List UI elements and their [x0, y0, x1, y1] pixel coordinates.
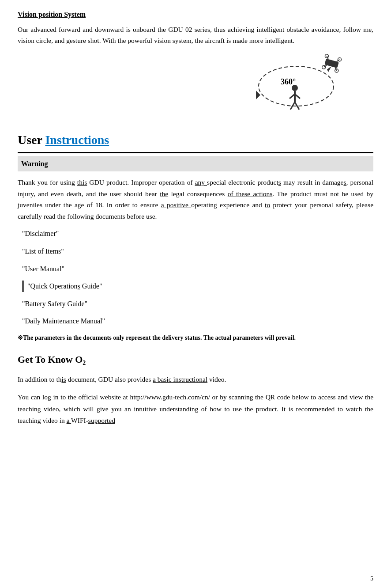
- section-divider: [18, 152, 373, 153]
- get-to-know-para1: In addition to this document, GDU also p…: [18, 374, 373, 385]
- log-in-link[interactable]: log in to the: [42, 393, 76, 401]
- url-link[interactable]: http://www.gdu-tech.com/cn/: [130, 393, 210, 401]
- svg-point-12: [292, 85, 298, 91]
- get-to-know-para2: You can log in to the official website a…: [18, 391, 373, 426]
- user-instructions-title: User Instructions: [18, 130, 373, 150]
- svg-text:360°: 360°: [281, 77, 296, 86]
- doc-item-5: "Battery Safety Guide": [22, 298, 373, 310]
- warning-bar: Warning: [18, 156, 373, 172]
- is-link[interactable]: is: [61, 376, 66, 383]
- warning-label: Warning: [21, 160, 48, 167]
- doc-item-2: "List of Items": [22, 246, 373, 257]
- a-positive-link[interactable]: a positive: [161, 201, 192, 209]
- diagram-container: 360°: [18, 51, 347, 121]
- access-link[interactable]: access: [318, 393, 338, 401]
- note-text: ※The parameters in the documents only re…: [18, 333, 373, 343]
- by-link[interactable]: by: [220, 393, 229, 401]
- doc-item-4: "Quick Operations Guide": [22, 281, 373, 292]
- view-link[interactable]: view: [350, 393, 365, 401]
- doc-item-3: "User Manual": [22, 263, 373, 275]
- vision-text: Our advanced forward and downward is onb…: [18, 24, 373, 46]
- supported-link[interactable]: supported: [88, 417, 115, 424]
- page-number: 5: [370, 574, 373, 584]
- doc-item-1: "Disclaimer": [22, 228, 373, 239]
- of-these-actions-link[interactable]: of these actions: [228, 190, 273, 197]
- vision-section: Vision position System Our advanced forw…: [18, 9, 373, 46]
- document-list: "Disclaimer" "List of Items" "User Manua…: [18, 228, 373, 327]
- vision-diagram: 360°: [250, 51, 347, 121]
- svg-marker-1: [327, 66, 331, 72]
- vision-title: Vision position System: [18, 9, 373, 20]
- doc-item-6: "Daily Maintenance Manual": [22, 315, 373, 327]
- to-link[interactable]: to: [265, 201, 270, 209]
- basic-instructional-link[interactable]: a basic instructional: [153, 376, 207, 383]
- user-instructions-heading: User Instructions: [18, 130, 373, 150]
- this-link[interactable]: this: [77, 178, 87, 186]
- understanding-link[interactable]: understanding of: [159, 405, 207, 413]
- svg-rect-3: [324, 58, 339, 68]
- any-link[interactable]: any: [195, 178, 207, 186]
- warning-paragraph: Thank you for using this GDU product. Im…: [18, 177, 373, 222]
- get-to-know-title: Get To Know O2: [18, 352, 373, 368]
- the-link[interactable]: the: [160, 190, 168, 197]
